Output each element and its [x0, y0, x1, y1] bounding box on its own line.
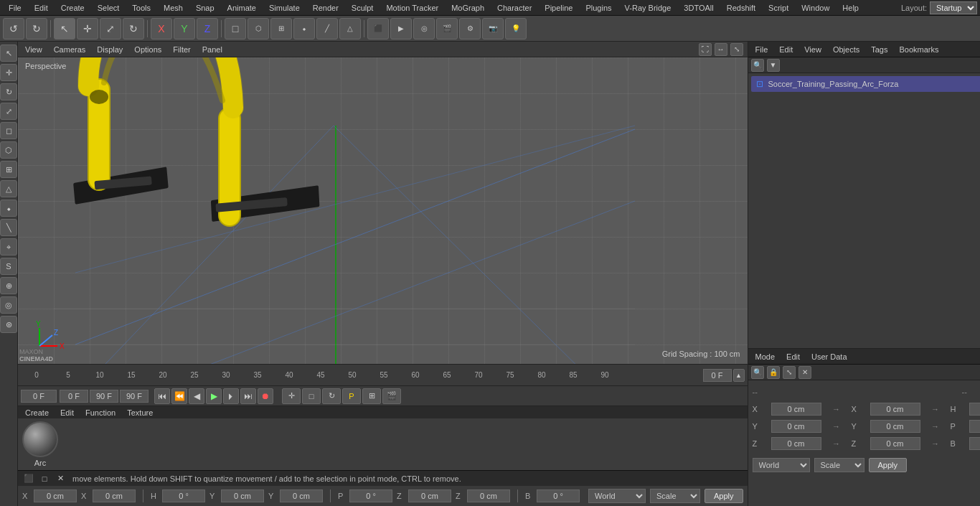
x-coord-input[interactable]: [34, 489, 77, 502]
object-row-1[interactable]: ⊡ Soccer_Training_Passing_Arc_Forza: [751, 76, 980, 92]
vp-icon-1[interactable]: ⛶: [699, 43, 712, 56]
attr-p-input[interactable]: [969, 420, 980, 433]
attr-scale-dropdown[interactable]: Scale: [814, 458, 864, 472]
transport-extra-5[interactable]: ⊞: [362, 388, 381, 404]
h-coord-input[interactable]: [162, 489, 205, 502]
play-forward-button[interactable]: ⏵: [223, 388, 239, 404]
vp-icon-3[interactable]: ⤡: [730, 43, 743, 56]
obj-menu-view[interactable]: View: [801, 44, 824, 55]
material-item[interactable]: Arc: [22, 421, 58, 467]
sidebar-icon-1[interactable]: ↖: [0, 44, 17, 62]
menu-mograph[interactable]: MoGraph: [446, 2, 490, 14]
sidebar-icon-10[interactable]: ╲: [0, 219, 17, 236]
attr-tb-2[interactable]: 🔒: [767, 366, 780, 379]
go-start-button[interactable]: ⏮: [154, 388, 170, 404]
attr-world-dropdown[interactable]: World: [753, 458, 810, 472]
sidebar-icon-15[interactable]: ⊛: [0, 316, 17, 333]
start-frame-input[interactable]: [21, 390, 57, 403]
x-axis-button[interactable]: X: [151, 18, 172, 39]
end-frame-input[interactable]: [90, 390, 118, 403]
scale-tool-button[interactable]: ⤢: [100, 18, 121, 39]
layout-dropdown[interactable]: Startup: [930, 1, 977, 14]
current-frame-input[interactable]: [703, 369, 732, 382]
world-dropdown[interactable]: World: [588, 489, 646, 503]
menu-motion-tracker[interactable]: Motion Tracker: [380, 2, 444, 14]
play-button[interactable]: ▶: [206, 388, 222, 404]
attr-menu-userdata[interactable]: User Data: [809, 351, 850, 362]
obj-menu-edit[interactable]: Edit: [776, 44, 796, 55]
attr-z-input[interactable]: [771, 437, 821, 450]
attr-apply-button[interactable]: Apply: [869, 458, 908, 472]
go-end-button[interactable]: ⏭: [240, 388, 256, 404]
status-icon-1[interactable]: ⬛: [22, 472, 35, 485]
attr-tb-4[interactable]: ✕: [798, 366, 811, 379]
attr-menu-edit[interactable]: Edit: [783, 351, 803, 362]
object-mode-button[interactable]: □: [225, 18, 246, 39]
prev-frame-button[interactable]: ⏪: [171, 388, 187, 404]
vp-menu-cameras[interactable]: Cameras: [51, 44, 89, 55]
attr-hy-input[interactable]: [870, 420, 920, 433]
hy-coord-input[interactable]: [280, 489, 323, 502]
attr-tb-1[interactable]: 🔍: [751, 366, 764, 379]
frame-up-button[interactable]: ▲: [733, 369, 745, 382]
menu-script[interactable]: Script: [763, 2, 794, 14]
menu-plugins[interactable]: Plugins: [580, 2, 617, 14]
rotate-tool-button[interactable]: ↻: [123, 18, 144, 39]
menu-vray[interactable]: V-Ray Bridge: [619, 2, 677, 14]
sidebar-icon-4[interactable]: ⤢: [0, 103, 17, 120]
mat-menu-function[interactable]: Function: [83, 407, 118, 418]
undo-button[interactable]: ↺: [3, 18, 24, 39]
z-coord-input[interactable]: [408, 489, 451, 502]
render-view-button[interactable]: ◎: [413, 18, 435, 39]
vp-icon-2[interactable]: ↔: [715, 43, 727, 56]
status-icon-3[interactable]: ✕: [54, 472, 67, 485]
attr-tb-3[interactable]: ⤡: [783, 366, 796, 379]
obj-menu-tags[interactable]: Tags: [868, 44, 890, 55]
menu-pipeline[interactable]: Pipeline: [539, 2, 578, 14]
uv-mode-button[interactable]: ⊞: [270, 18, 292, 39]
attr-w-input[interactable]: [969, 403, 980, 416]
attr-b-input[interactable]: [969, 437, 980, 450]
hx-coord-input[interactable]: [93, 489, 136, 502]
menu-mesh[interactable]: Mesh: [158, 2, 189, 14]
obj-menu-objects[interactable]: Objects: [830, 44, 862, 55]
attr-hx-input[interactable]: [870, 403, 920, 416]
y-axis-button[interactable]: Y: [174, 18, 195, 39]
sidebar-icon-8[interactable]: △: [0, 180, 17, 197]
vp-menu-view[interactable]: View: [22, 44, 45, 55]
sidebar-icon-6[interactable]: ⬡: [0, 141, 17, 159]
mesh-mode-button[interactable]: ⬡: [248, 18, 269, 39]
camera-button[interactable]: 📷: [482, 18, 504, 39]
menu-select[interactable]: Select: [92, 2, 126, 14]
status-icon-2[interactable]: □: [38, 472, 51, 485]
vp-menu-display[interactable]: Display: [94, 44, 126, 55]
scale-dropdown[interactable]: Scale: [650, 489, 700, 503]
menu-simulate[interactable]: Simulate: [263, 2, 306, 14]
menu-snap[interactable]: Snap: [190, 2, 220, 14]
sidebar-icon-7[interactable]: ⊞: [0, 161, 17, 178]
obj-menu-file[interactable]: File: [753, 44, 771, 55]
record-button[interactable]: ⏺: [258, 388, 273, 404]
attr-hz-input[interactable]: [870, 437, 920, 450]
attr-y-input[interactable]: [771, 420, 821, 433]
mat-menu-create[interactable]: Create: [22, 407, 52, 418]
menu-tools[interactable]: Tools: [126, 2, 156, 14]
mat-menu-texture[interactable]: Texture: [124, 407, 156, 418]
menu-edit[interactable]: Edit: [29, 2, 54, 14]
render-anim-button[interactable]: 🎬: [436, 18, 458, 39]
menu-render[interactable]: Render: [307, 2, 344, 14]
menu-3dtoall[interactable]: 3DTOAll: [678, 2, 719, 14]
hz-coord-input[interactable]: [467, 489, 510, 502]
sidebar-icon-3[interactable]: ↻: [0, 83, 17, 100]
poly-mode-button[interactable]: △: [339, 18, 361, 39]
menu-sculpt[interactable]: Sculpt: [346, 2, 380, 14]
transport-extra-4[interactable]: P: [342, 388, 361, 404]
current-frame-input-2[interactable]: [60, 390, 88, 403]
sidebar-icon-12[interactable]: S: [0, 258, 17, 275]
sidebar-icon-14[interactable]: ◎: [0, 296, 17, 314]
sidebar-icon-9[interactable]: ⬥: [0, 200, 17, 217]
vp-menu-panel[interactable]: Panel: [199, 44, 225, 55]
menu-redshift[interactable]: Redshift: [721, 2, 761, 14]
sidebar-icon-2[interactable]: ✛: [0, 64, 17, 81]
edge-mode-button[interactable]: ╱: [316, 18, 338, 39]
